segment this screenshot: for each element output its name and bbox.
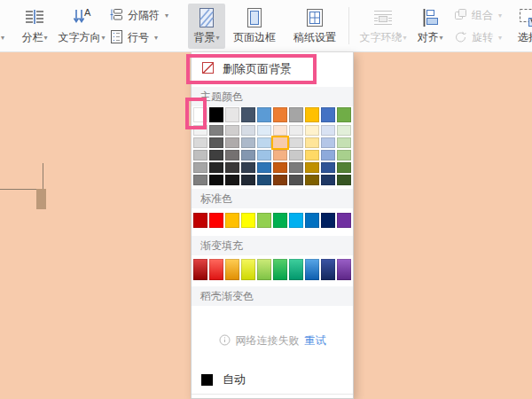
line-number-button[interactable]: 行号▾ <box>110 28 168 47</box>
auto-color-swatch <box>201 374 213 386</box>
select-button[interactable]: 选择 <box>502 4 532 49</box>
standard-color-swatch[interactable] <box>193 213 207 228</box>
theme-tint-swatch[interactable] <box>305 162 319 173</box>
theme-color-swatch[interactable] <box>289 107 303 122</box>
auto-color-item[interactable]: 自动 <box>201 372 246 387</box>
theme-tint-swatch[interactable] <box>305 137 319 148</box>
theme-tint-swatch[interactable] <box>321 137 335 148</box>
theme-color-swatch[interactable] <box>241 107 255 122</box>
standard-color-swatch[interactable] <box>225 213 239 228</box>
delete-page-background-item[interactable]: 删除页面背景 <box>192 52 353 86</box>
theme-tint-swatch[interactable] <box>225 125 239 136</box>
gradient-swatch[interactable] <box>193 259 207 280</box>
theme-tint-swatch[interactable] <box>225 137 239 148</box>
theme-tint-swatch[interactable] <box>305 125 319 136</box>
theme-tint-swatch[interactable] <box>337 175 351 185</box>
theme-color-swatch[interactable] <box>337 107 351 122</box>
theme-tint-swatch[interactable] <box>193 150 207 160</box>
theme-tint-swatch[interactable] <box>321 175 335 185</box>
theme-tint-swatch[interactable] <box>337 125 351 136</box>
theme-tint-swatch[interactable] <box>209 175 223 185</box>
separator-button[interactable]: 分隔符▾ <box>110 6 168 25</box>
gradient-swatch[interactable] <box>321 259 335 280</box>
theme-tint-swatch[interactable] <box>241 162 255 173</box>
theme-color-swatch[interactable] <box>193 107 207 122</box>
theme-tint-swatch[interactable] <box>225 150 239 160</box>
standard-color-swatch[interactable] <box>209 213 223 228</box>
chevron-down-icon: ▾ <box>215 34 219 42</box>
theme-tint-swatch[interactable] <box>193 137 207 148</box>
theme-tint-swatch[interactable] <box>273 137 287 148</box>
theme-tint-swatch[interactable] <box>241 175 255 185</box>
overflow-caret-icon[interactable]: ▾ <box>1 34 4 42</box>
theme-tint-swatch[interactable] <box>209 162 223 173</box>
page-border-button[interactable]: 页面边框 <box>227 4 282 49</box>
theme-tint-swatch[interactable] <box>305 175 319 185</box>
theme-tint-swatch[interactable] <box>321 162 335 173</box>
paper-setup-button[interactable]: 稿纸设置 <box>287 4 342 49</box>
text-direction-button[interactable]: A 文字方向▾ <box>55 4 108 49</box>
theme-tint-swatch[interactable] <box>241 150 255 160</box>
columns-label: 分栏 <box>21 31 43 43</box>
background-button[interactable]: 背景▾ <box>188 4 225 49</box>
gradient-swatch[interactable] <box>241 259 255 280</box>
gradient-swatch[interactable] <box>209 259 223 280</box>
theme-tint-swatch[interactable] <box>273 162 287 173</box>
theme-tint-swatch[interactable] <box>257 125 271 136</box>
align-button[interactable]: 对齐▾ <box>411 4 449 49</box>
theme-tint-swatch[interactable] <box>257 137 271 148</box>
gradient-swatch[interactable] <box>273 259 287 280</box>
theme-tint-swatch[interactable] <box>257 175 271 185</box>
gradient-swatch[interactable] <box>305 259 319 280</box>
retry-link[interactable]: 重试 <box>305 333 326 348</box>
theme-tint-swatch[interactable] <box>193 125 207 136</box>
theme-tint-swatch[interactable] <box>225 175 239 185</box>
theme-tint-swatch[interactable] <box>305 150 319 160</box>
theme-tint-swatch[interactable] <box>209 150 223 160</box>
gradient-swatch[interactable] <box>225 259 239 280</box>
separator-label: 分隔符 <box>128 8 160 23</box>
standard-color-swatch[interactable] <box>241 213 255 228</box>
standard-color-swatch[interactable] <box>305 213 319 228</box>
theme-tint-swatch[interactable] <box>337 150 351 160</box>
group-button: 组合▾ <box>454 6 502 25</box>
theme-tint-swatch[interactable] <box>273 175 287 185</box>
theme-tint-swatch[interactable] <box>241 125 255 136</box>
theme-tint-swatch[interactable] <box>289 175 303 185</box>
theme-tint-swatch[interactable] <box>209 137 223 148</box>
theme-color-swatch[interactable] <box>321 107 335 122</box>
theme-tint-swatch[interactable] <box>257 150 271 160</box>
theme-color-swatch[interactable] <box>257 107 271 122</box>
theme-tint-swatch[interactable] <box>289 137 303 148</box>
theme-tint-swatch[interactable] <box>257 162 271 173</box>
theme-tint-swatch[interactable] <box>273 150 287 160</box>
theme-color-swatch[interactable] <box>209 107 223 122</box>
theme-tint-swatch[interactable] <box>193 175 207 185</box>
gradient-swatch[interactable] <box>289 259 303 280</box>
theme-tint-swatch[interactable] <box>209 125 223 136</box>
theme-color-swatch[interactable] <box>225 107 239 122</box>
chevron-down-icon: ▾ <box>43 34 47 42</box>
gradient-swatch[interactable] <box>257 259 271 280</box>
theme-color-swatch[interactable] <box>305 107 319 122</box>
standard-color-swatch[interactable] <box>321 213 335 228</box>
standard-color-swatch[interactable] <box>337 213 351 228</box>
columns-icon <box>11 4 59 31</box>
gradient-swatch[interactable] <box>337 259 351 280</box>
theme-tint-swatch[interactable] <box>321 125 335 136</box>
standard-color-swatch[interactable] <box>257 213 271 228</box>
theme-tint-swatch[interactable] <box>337 162 351 173</box>
theme-tint-swatch[interactable] <box>241 137 255 148</box>
standard-color-swatch[interactable] <box>273 213 287 228</box>
theme-tint-swatch[interactable] <box>273 125 287 136</box>
theme-color-swatch[interactable] <box>273 107 287 122</box>
theme-tint-swatch[interactable] <box>193 162 207 173</box>
theme-tint-swatch[interactable] <box>289 150 303 160</box>
theme-tint-swatch[interactable] <box>225 162 239 173</box>
theme-tint-swatch[interactable] <box>289 162 303 173</box>
theme-tint-swatch[interactable] <box>321 150 335 160</box>
standard-color-swatch[interactable] <box>289 213 303 228</box>
theme-tint-swatch[interactable] <box>289 125 303 136</box>
theme-tint-swatch[interactable] <box>337 137 351 148</box>
columns-button[interactable]: 分栏▾ <box>11 4 59 49</box>
